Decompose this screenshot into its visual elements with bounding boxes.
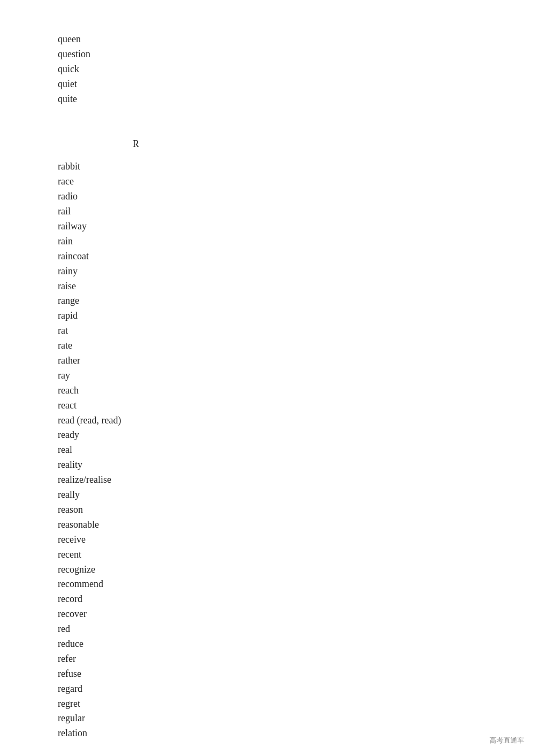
word-refuse: refuse <box>58 667 535 682</box>
word-rain: rain <box>58 234 535 249</box>
word-rainy: rainy <box>58 264 535 279</box>
word-recent: recent <box>58 547 535 562</box>
word-reason: reason <box>58 503 535 518</box>
word-really: really <box>58 488 535 503</box>
word-read: read (read, read) <box>58 413 535 428</box>
word-question: question <box>58 47 535 62</box>
word-relation: relation <box>58 726 535 741</box>
word-ready: ready <box>58 428 535 443</box>
word-reality: reality <box>58 458 535 473</box>
word-quite: quite <box>58 92 535 107</box>
word-react: react <box>58 398 535 413</box>
word-rail: rail <box>58 204 535 219</box>
word-regard: regard <box>58 682 535 697</box>
word-rabbit: rabbit <box>58 159 535 174</box>
word-rat: rat <box>58 323 535 338</box>
word-regular: regular <box>58 711 535 726</box>
word-raise: raise <box>58 279 535 294</box>
word-list: queen question quick quiet quite R rabbi… <box>0 0 535 741</box>
r-words: rabbit race radio rail railway rain rain… <box>58 159 535 741</box>
word-red: red <box>58 622 535 637</box>
word-realize: realize/realise <box>58 473 535 488</box>
word-reach: reach <box>58 383 535 398</box>
word-refer: refer <box>58 652 535 667</box>
r-section-header: R <box>58 138 535 150</box>
word-railway: railway <box>58 219 535 234</box>
word-regret: regret <box>58 697 535 712</box>
q-words: queen question quick quiet quite <box>58 32 535 106</box>
word-radio: radio <box>58 189 535 204</box>
word-range: range <box>58 294 535 308</box>
word-rapid: rapid <box>58 308 535 323</box>
word-reasonable: reasonable <box>58 518 535 533</box>
word-record: record <box>58 592 535 607</box>
word-recommend: recommend <box>58 577 535 592</box>
word-recover: recover <box>58 607 535 622</box>
word-queen: queen <box>58 32 535 47</box>
word-quiet: quiet <box>58 77 535 92</box>
word-reduce: reduce <box>58 637 535 652</box>
word-ray: ray <box>58 368 535 383</box>
word-receive: receive <box>58 533 535 547</box>
word-quick: quick <box>58 62 535 77</box>
word-rather: rather <box>58 353 535 368</box>
word-race: race <box>58 174 535 189</box>
word-raincoat: raincoat <box>58 249 535 264</box>
word-recognize: recognize <box>58 562 535 577</box>
watermark: 高考直通车 <box>490 736 524 745</box>
word-real: real <box>58 443 535 458</box>
word-rate: rate <box>58 338 535 353</box>
